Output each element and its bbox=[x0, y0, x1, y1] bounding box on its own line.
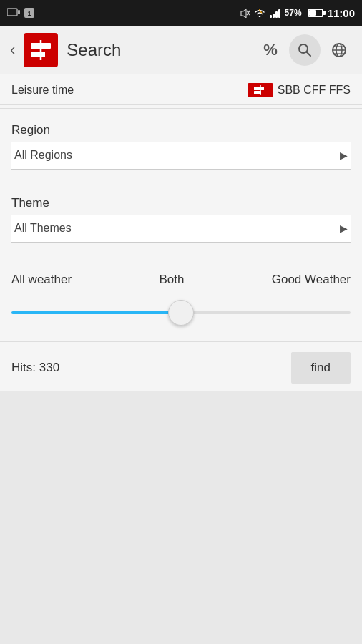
battery-percent: 57% bbox=[285, 8, 302, 18]
app-bar: ‹ Search % bbox=[0, 26, 362, 74]
sbb-badge-icon bbox=[253, 85, 268, 95]
mute-icon bbox=[240, 8, 250, 18]
weather-slider-container bbox=[11, 298, 351, 327]
status-time: 11:00 bbox=[328, 7, 355, 19]
region-field-group: Region All Regions ▶ bbox=[11, 123, 351, 170]
content: Leisure time SBB CFF FFS Region All Regi… bbox=[0, 74, 362, 391]
number-icon: 1 bbox=[24, 8, 34, 18]
theme-dropdown-arrow: ▶ bbox=[340, 223, 348, 234]
section-header: Leisure time SBB CFF FFS bbox=[0, 74, 362, 105]
theme-value: All Themes bbox=[14, 222, 72, 235]
globe-button[interactable] bbox=[323, 34, 355, 66]
divider-3 bbox=[0, 341, 362, 342]
globe-icon bbox=[331, 42, 348, 59]
region-dropdown[interactable]: All Regions ▶ bbox=[11, 142, 351, 170]
svg-rect-18 bbox=[254, 87, 264, 90]
section-title: Leisure time bbox=[11, 84, 74, 97]
weather-section: All weather Both Good Weather bbox=[0, 261, 362, 338]
status-bar: 1 57% 11:00 bbox=[0, 0, 362, 26]
battery-icon bbox=[308, 9, 323, 17]
svg-line-12 bbox=[307, 52, 311, 56]
svg-rect-1 bbox=[18, 10, 20, 14]
back-button[interactable]: ‹ bbox=[7, 38, 18, 62]
divider-1 bbox=[0, 108, 362, 109]
status-right: 57% 11:00 bbox=[240, 7, 355, 19]
hits-find-row: Hits: 330 find bbox=[0, 345, 362, 391]
find-button[interactable]: find bbox=[291, 352, 351, 384]
percent-button[interactable]: % bbox=[255, 34, 286, 66]
region-value: All Regions bbox=[14, 149, 72, 162]
screen-icon bbox=[7, 8, 20, 18]
region-section: Region All Regions ▶ bbox=[0, 112, 362, 170]
wifi-icon bbox=[254, 8, 265, 18]
region-label: Region bbox=[11, 123, 351, 137]
theme-field-group: Theme All Themes ▶ bbox=[11, 196, 351, 243]
sbb-logo-area: SBB CFF FFS bbox=[248, 83, 351, 97]
svg-rect-9 bbox=[31, 52, 45, 57]
svg-rect-0 bbox=[7, 9, 17, 16]
svg-text:1: 1 bbox=[27, 10, 31, 17]
sbb-text: SBB CFF FFS bbox=[278, 84, 351, 97]
divider-2 bbox=[0, 258, 362, 258]
theme-dropdown[interactable]: All Themes ▶ bbox=[11, 215, 351, 243]
search-button[interactable] bbox=[289, 34, 321, 66]
signal-icon bbox=[270, 8, 280, 18]
search-icon bbox=[296, 42, 313, 59]
weather-label-all: All weather bbox=[11, 273, 72, 287]
region-dropdown-arrow: ▶ bbox=[340, 150, 348, 161]
weather-label-both: Both bbox=[159, 273, 184, 287]
app-logo bbox=[24, 33, 58, 67]
sbb-logo-icon bbox=[28, 37, 54, 63]
theme-section: Theme All Themes ▶ bbox=[0, 185, 362, 243]
app-title: Search bbox=[67, 40, 249, 60]
theme-label: Theme bbox=[11, 196, 351, 210]
status-left-icons: 1 bbox=[7, 8, 34, 18]
hits-text: Hits: 330 bbox=[11, 361, 59, 375]
weather-label-good: Good Weather bbox=[272, 273, 351, 287]
app-bar-icons: % bbox=[255, 34, 355, 66]
weather-labels: All weather Both Good Weather bbox=[11, 273, 351, 287]
sbb-badge bbox=[248, 83, 273, 97]
svg-point-6 bbox=[259, 9, 260, 11]
